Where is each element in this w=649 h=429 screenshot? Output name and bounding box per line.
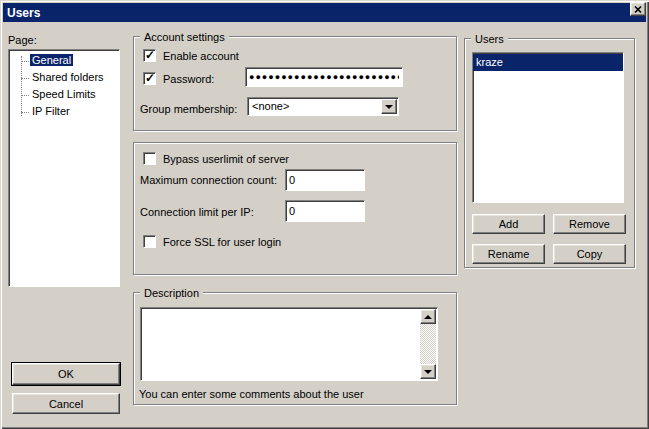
password-input[interactable] <box>245 67 403 87</box>
description-title: Description <box>140 287 203 299</box>
page-item-ip-filter[interactable]: IP Filter <box>9 104 119 121</box>
scroll-up-button[interactable] <box>420 309 436 324</box>
description-hint: You can enter some comments about the us… <box>139 387 364 401</box>
bypass-userlimit-checkbox[interactable] <box>143 152 156 165</box>
page-item-speed-limits[interactable]: Speed Limits <box>9 87 119 104</box>
remove-user-button[interactable]: Remove <box>553 214 626 234</box>
password-label[interactable]: Password: <box>163 72 214 86</box>
bypass-userlimit-label[interactable]: Bypass userlimit of server <box>163 152 289 166</box>
ip-limit-label: Connection limit per IP: <box>140 205 254 219</box>
combo-dropdown-button[interactable] <box>381 99 397 114</box>
account-settings-title: Account settings <box>140 31 229 43</box>
max-connections-input[interactable] <box>285 169 365 191</box>
max-connections-label: Maximum connection count: <box>140 173 277 187</box>
password-checkbox[interactable] <box>143 72 156 85</box>
copy-user-button[interactable]: Copy <box>553 244 626 264</box>
enable-account-checkbox[interactable] <box>143 49 156 62</box>
user-list-item[interactable]: kraze <box>473 54 623 71</box>
users-listbox[interactable]: kraze <box>472 52 624 203</box>
description-textarea[interactable] <box>142 309 418 379</box>
scroll-down-icon <box>424 370 432 374</box>
page-tree[interactable]: General Shared folders Speed Limits IP F… <box>8 49 120 287</box>
rename-user-button[interactable]: Rename <box>472 244 545 264</box>
description-box <box>140 307 438 381</box>
add-user-button[interactable]: Add <box>472 214 545 234</box>
scroll-up-icon <box>424 315 432 319</box>
chevron-down-icon <box>385 105 393 109</box>
scroll-down-button[interactable] <box>420 364 436 379</box>
users-dialog: Users Page: General Shared folders Speed… <box>0 0 649 429</box>
force-ssl-label[interactable]: Force SSL for user login <box>163 235 281 249</box>
close-button[interactable] <box>630 2 646 16</box>
ok-button[interactable]: OK <box>12 363 120 385</box>
enable-account-label[interactable]: Enable account <box>163 49 239 63</box>
ip-limit-input[interactable] <box>285 200 365 222</box>
page-item-general[interactable]: General <box>9 53 119 70</box>
group-membership-label: Group membership: <box>140 102 237 116</box>
description-scrollbar[interactable] <box>420 309 436 379</box>
group-membership-select[interactable]: <none> <box>247 97 399 116</box>
page-item-shared-folders[interactable]: Shared folders <box>9 70 119 87</box>
page-label: Page: <box>8 33 37 47</box>
close-icon <box>634 6 642 13</box>
titlebar[interactable]: Users <box>3 3 646 22</box>
cancel-button[interactable]: Cancel <box>12 393 120 414</box>
users-group-title: Users <box>471 33 508 45</box>
window-title: Users <box>3 6 40 20</box>
force-ssl-checkbox[interactable] <box>143 235 156 248</box>
